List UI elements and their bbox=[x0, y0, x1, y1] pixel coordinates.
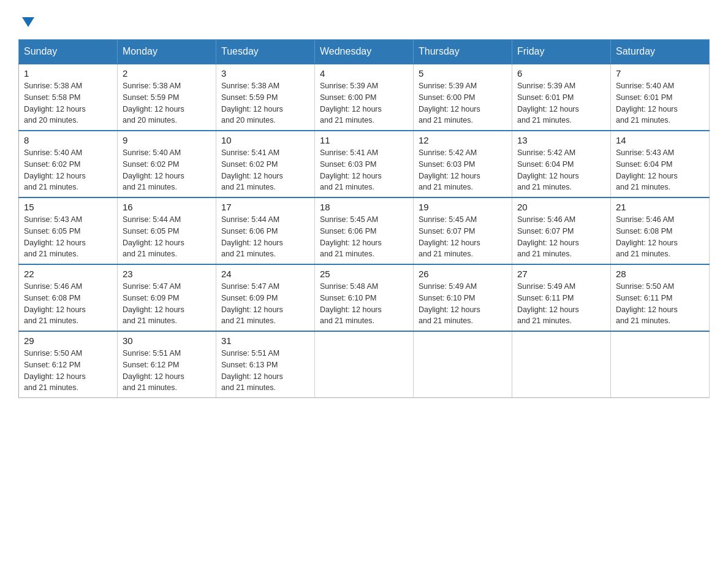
logo-arrow-icon bbox=[20, 13, 37, 33]
day-number: 27 bbox=[517, 269, 605, 279]
day-number: 20 bbox=[517, 202, 605, 212]
weekday-header-friday: Friday bbox=[512, 40, 611, 64]
calendar-cell: 31 Sunrise: 5:51 AMSunset: 6:13 PMDaylig… bbox=[216, 331, 315, 398]
page-header bbox=[18, 12, 710, 28]
day-info: Sunrise: 5:45 AMSunset: 6:07 PMDaylight:… bbox=[419, 215, 480, 258]
day-number: 19 bbox=[419, 202, 507, 212]
calendar-cell: 15 Sunrise: 5:43 AMSunset: 6:05 PMDaylig… bbox=[19, 197, 118, 264]
day-info: Sunrise: 5:39 AMSunset: 6:01 PMDaylight:… bbox=[517, 82, 579, 124]
day-number: 23 bbox=[123, 269, 211, 279]
weekday-header-wednesday: Wednesday bbox=[315, 40, 414, 64]
calendar-cell: 26 Sunrise: 5:49 AMSunset: 6:10 PMDaylig… bbox=[414, 264, 512, 331]
day-number: 4 bbox=[320, 68, 408, 79]
day-number: 14 bbox=[616, 135, 704, 145]
week-row-1: 1 Sunrise: 5:38 AMSunset: 5:58 PMDayligh… bbox=[19, 64, 710, 131]
calendar-cell: 17 Sunrise: 5:44 AMSunset: 6:06 PMDaylig… bbox=[216, 197, 315, 264]
calendar-cell: 5 Sunrise: 5:39 AMSunset: 6:00 PMDayligh… bbox=[414, 64, 512, 131]
day-info: Sunrise: 5:45 AMSunset: 6:06 PMDaylight:… bbox=[320, 215, 382, 258]
day-number: 5 bbox=[419, 68, 507, 79]
day-number: 30 bbox=[123, 335, 211, 346]
day-info: Sunrise: 5:51 AMSunset: 6:12 PMDaylight:… bbox=[123, 349, 184, 392]
day-number: 21 bbox=[616, 202, 704, 212]
day-number: 28 bbox=[616, 269, 704, 279]
day-info: Sunrise: 5:39 AMSunset: 6:00 PMDaylight:… bbox=[320, 82, 382, 124]
week-row-3: 15 Sunrise: 5:43 AMSunset: 6:05 PMDaylig… bbox=[19, 197, 710, 264]
day-info: Sunrise: 5:51 AMSunset: 6:13 PMDaylight:… bbox=[221, 349, 283, 392]
day-number: 8 bbox=[24, 135, 112, 145]
day-info: Sunrise: 5:46 AMSunset: 6:07 PMDaylight:… bbox=[517, 215, 579, 258]
day-number: 26 bbox=[419, 269, 507, 279]
calendar-cell: 22 Sunrise: 5:46 AMSunset: 6:08 PMDaylig… bbox=[19, 264, 118, 331]
calendar-table: SundayMondayTuesdayWednesdayThursdayFrid… bbox=[18, 39, 710, 398]
calendar-cell: 21 Sunrise: 5:46 AMSunset: 6:08 PMDaylig… bbox=[611, 197, 710, 264]
calendar-cell: 12 Sunrise: 5:42 AMSunset: 6:03 PMDaylig… bbox=[414, 131, 512, 197]
week-row-4: 22 Sunrise: 5:46 AMSunset: 6:08 PMDaylig… bbox=[19, 264, 710, 331]
calendar-cell: 6 Sunrise: 5:39 AMSunset: 6:01 PMDayligh… bbox=[512, 64, 611, 131]
calendar-cell: 11 Sunrise: 5:41 AMSunset: 6:03 PMDaylig… bbox=[315, 131, 414, 197]
calendar-cell bbox=[611, 331, 710, 398]
calendar-cell bbox=[512, 331, 611, 398]
day-info: Sunrise: 5:44 AMSunset: 6:05 PMDaylight:… bbox=[123, 215, 184, 258]
day-info: Sunrise: 5:39 AMSunset: 6:00 PMDaylight:… bbox=[419, 82, 480, 124]
calendar-cell: 7 Sunrise: 5:40 AMSunset: 6:01 PMDayligh… bbox=[611, 64, 710, 131]
calendar-cell: 2 Sunrise: 5:38 AMSunset: 5:59 PMDayligh… bbox=[118, 64, 216, 131]
calendar-cell: 14 Sunrise: 5:43 AMSunset: 6:04 PMDaylig… bbox=[611, 131, 710, 197]
calendar-cell: 4 Sunrise: 5:39 AMSunset: 6:00 PMDayligh… bbox=[315, 64, 414, 131]
weekday-header-thursday: Thursday bbox=[414, 40, 512, 64]
calendar-cell: 3 Sunrise: 5:38 AMSunset: 5:59 PMDayligh… bbox=[216, 64, 315, 131]
day-info: Sunrise: 5:43 AMSunset: 6:05 PMDaylight:… bbox=[24, 215, 86, 258]
logo bbox=[18, 12, 37, 28]
day-info: Sunrise: 5:43 AMSunset: 6:04 PMDaylight:… bbox=[616, 148, 678, 191]
day-number: 11 bbox=[320, 135, 408, 145]
day-number: 29 bbox=[24, 335, 112, 346]
day-number: 25 bbox=[320, 269, 408, 279]
day-info: Sunrise: 5:40 AMSunset: 6:02 PMDaylight:… bbox=[24, 148, 86, 191]
calendar-cell: 18 Sunrise: 5:45 AMSunset: 6:06 PMDaylig… bbox=[315, 197, 414, 264]
calendar-cell: 25 Sunrise: 5:48 AMSunset: 6:10 PMDaylig… bbox=[315, 264, 414, 331]
svg-marker-0 bbox=[22, 17, 34, 27]
day-number: 6 bbox=[517, 68, 605, 79]
day-number: 15 bbox=[24, 202, 112, 212]
week-row-2: 8 Sunrise: 5:40 AMSunset: 6:02 PMDayligh… bbox=[19, 131, 710, 197]
day-info: Sunrise: 5:40 AMSunset: 6:02 PMDaylight:… bbox=[123, 148, 184, 191]
day-info: Sunrise: 5:46 AMSunset: 6:08 PMDaylight:… bbox=[24, 282, 86, 325]
day-info: Sunrise: 5:38 AMSunset: 5:58 PMDaylight:… bbox=[24, 82, 86, 124]
day-info: Sunrise: 5:47 AMSunset: 6:09 PMDaylight:… bbox=[221, 282, 283, 325]
day-info: Sunrise: 5:50 AMSunset: 6:11 PMDaylight:… bbox=[616, 282, 678, 325]
calendar-cell bbox=[414, 331, 512, 398]
day-info: Sunrise: 5:42 AMSunset: 6:04 PMDaylight:… bbox=[517, 148, 579, 191]
day-number: 3 bbox=[221, 68, 309, 79]
day-info: Sunrise: 5:47 AMSunset: 6:09 PMDaylight:… bbox=[123, 282, 184, 325]
day-number: 16 bbox=[123, 202, 211, 212]
day-number: 2 bbox=[123, 68, 211, 79]
weekday-header-tuesday: Tuesday bbox=[216, 40, 315, 64]
day-info: Sunrise: 5:46 AMSunset: 6:08 PMDaylight:… bbox=[616, 215, 678, 258]
day-number: 10 bbox=[221, 135, 309, 145]
calendar-cell: 28 Sunrise: 5:50 AMSunset: 6:11 PMDaylig… bbox=[611, 264, 710, 331]
calendar-cell: 1 Sunrise: 5:38 AMSunset: 5:58 PMDayligh… bbox=[19, 64, 118, 131]
day-number: 17 bbox=[221, 202, 309, 212]
calendar-cell: 27 Sunrise: 5:49 AMSunset: 6:11 PMDaylig… bbox=[512, 264, 611, 331]
calendar-cell: 20 Sunrise: 5:46 AMSunset: 6:07 PMDaylig… bbox=[512, 197, 611, 264]
calendar-cell: 16 Sunrise: 5:44 AMSunset: 6:05 PMDaylig… bbox=[118, 197, 216, 264]
weekday-header-saturday: Saturday bbox=[611, 40, 710, 64]
day-info: Sunrise: 5:38 AMSunset: 5:59 PMDaylight:… bbox=[123, 82, 184, 124]
calendar-cell: 9 Sunrise: 5:40 AMSunset: 6:02 PMDayligh… bbox=[118, 131, 216, 197]
day-info: Sunrise: 5:42 AMSunset: 6:03 PMDaylight:… bbox=[419, 148, 480, 191]
calendar-cell: 13 Sunrise: 5:42 AMSunset: 6:04 PMDaylig… bbox=[512, 131, 611, 197]
calendar-cell: 23 Sunrise: 5:47 AMSunset: 6:09 PMDaylig… bbox=[118, 264, 216, 331]
day-number: 1 bbox=[24, 68, 112, 79]
day-info: Sunrise: 5:49 AMSunset: 6:10 PMDaylight:… bbox=[419, 282, 480, 325]
day-info: Sunrise: 5:40 AMSunset: 6:01 PMDaylight:… bbox=[616, 82, 678, 124]
day-info: Sunrise: 5:49 AMSunset: 6:11 PMDaylight:… bbox=[517, 282, 579, 325]
day-number: 22 bbox=[24, 269, 112, 279]
weekday-header-sunday: Sunday bbox=[19, 40, 118, 64]
weekday-header-monday: Monday bbox=[118, 40, 216, 64]
day-number: 24 bbox=[221, 269, 309, 279]
day-info: Sunrise: 5:41 AMSunset: 6:02 PMDaylight:… bbox=[221, 148, 283, 191]
day-info: Sunrise: 5:38 AMSunset: 5:59 PMDaylight:… bbox=[221, 82, 283, 124]
calendar-cell: 8 Sunrise: 5:40 AMSunset: 6:02 PMDayligh… bbox=[19, 131, 118, 197]
day-number: 12 bbox=[419, 135, 507, 145]
day-info: Sunrise: 5:48 AMSunset: 6:10 PMDaylight:… bbox=[320, 282, 382, 325]
day-info: Sunrise: 5:50 AMSunset: 6:12 PMDaylight:… bbox=[24, 349, 86, 392]
